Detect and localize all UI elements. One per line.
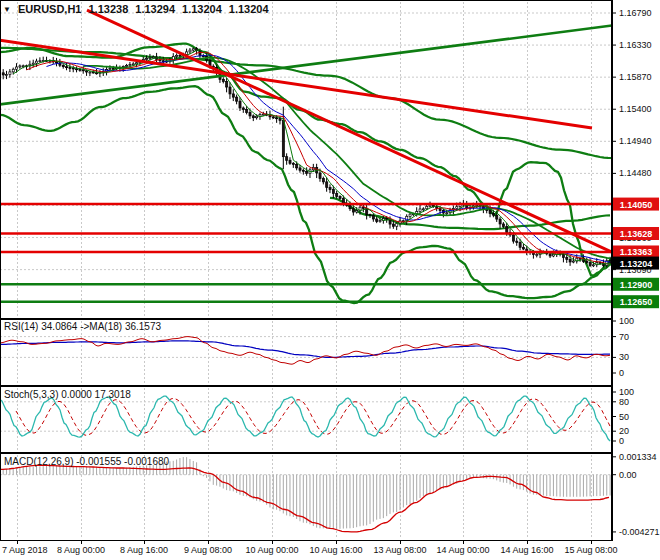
time-axis-label: 10 Aug 16:00: [309, 545, 362, 555]
candle-body: [86, 71, 88, 72]
candle-body: [536, 254, 538, 255]
stoch-axis-label: 0: [619, 436, 624, 446]
candle-body: [36, 61, 38, 63]
candle-body: [492, 214, 494, 216]
stoch-axis-label: 100: [619, 387, 634, 397]
candle-body: [19, 66, 21, 67]
candle-body: [422, 209, 424, 210]
candle-body: [456, 207, 458, 209]
candle-body: [376, 219, 378, 222]
rsi-axis-label: 100: [619, 316, 634, 326]
candle-body: [69, 68, 71, 69]
bar-low-value: 1.13204: [182, 3, 222, 15]
candle-body: [439, 209, 441, 211]
candle-body: [132, 64, 134, 65]
candle-body: [246, 110, 248, 113]
candle-body: [569, 259, 571, 262]
stoch-axis-label: 80: [619, 397, 629, 407]
price-axis-label: 1.14940: [619, 136, 652, 146]
candle-body: [179, 55, 181, 56]
stoch-axis-label: 50: [619, 412, 629, 422]
price-badge-label: 1.12900: [620, 280, 653, 290]
candle-body: [379, 220, 381, 221]
chart-header: ▼ EURUSD,H1 1.13238 1.13294 1.13204 1.13…: [3, 3, 269, 15]
candle-body: [446, 213, 448, 214]
candle-body: [126, 65, 128, 66]
time-axis-label: 7 Aug 2018: [2, 545, 48, 555]
candle-body: [239, 101, 241, 108]
candle-body: [322, 179, 324, 182]
candle-body: [306, 171, 308, 173]
candle-body: [566, 257, 568, 259]
candle-body: [502, 224, 504, 227]
candle-body: [256, 116, 258, 117]
symbol-dropdown-icon[interactable]: ▼: [3, 5, 11, 14]
candle-body: [392, 224, 394, 226]
candle-body: [76, 69, 78, 70]
time-axis-label: 10 Aug 00:00: [245, 545, 298, 555]
candle-body: [342, 198, 344, 203]
candle-body: [136, 63, 138, 64]
symbol-timeframe-label: EURUSD,H1: [18, 3, 82, 15]
candle-body: [562, 255, 564, 258]
time-axis-label: 13 Aug 08:00: [373, 545, 426, 555]
candle-body: [9, 72, 11, 75]
candle-body: [496, 215, 498, 219]
rsi-axis-label: 70: [619, 332, 629, 342]
time-axis-label: 14 Aug 00:00: [436, 545, 489, 555]
candle-body: [222, 79, 224, 81]
price-axis-label: 1.15870: [619, 72, 652, 82]
macd-axis-label: 0.00: [619, 470, 637, 480]
macd-axis-label: -0.004271: [619, 527, 660, 537]
candle-body: [296, 164, 298, 167]
candle-body: [79, 69, 81, 70]
candle-body: [549, 254, 551, 256]
candle-body: [319, 173, 321, 179]
macd-axis-label: 0.001334: [619, 452, 657, 462]
rsi-indicator-label: RSI(14) 34.0864 ->MA(18) 36.1573: [4, 321, 161, 332]
candle-body: [426, 206, 428, 208]
price-badge-label: 1.13204: [620, 259, 653, 269]
candle-body: [149, 58, 151, 59]
candle-body: [292, 163, 294, 164]
candle-body: [189, 50, 191, 52]
candle-body: [272, 117, 274, 118]
candle-body: [302, 170, 304, 171]
stoch-axis-label: 20: [619, 426, 629, 436]
candle-body: [516, 241, 518, 242]
candle-body: [326, 182, 328, 188]
candle-body: [232, 94, 234, 97]
chart-canvas[interactable]: 1.167901.163301.158701.154001.149401.144…: [0, 0, 660, 560]
candle-body: [506, 227, 508, 233]
price-axis-label: 1.14480: [619, 168, 652, 178]
candle-body: [409, 214, 411, 216]
candle-body: [356, 210, 358, 212]
stoch-indicator-label: Stoch(5,3,3) 0.0000 17.3018: [4, 389, 131, 400]
candle-body: [332, 190, 334, 194]
time-axis-label: 8 Aug 16:00: [120, 545, 168, 555]
candle-body: [146, 59, 148, 60]
candle-body: [72, 68, 74, 69]
candle-body: [372, 216, 374, 219]
candle-body: [282, 120, 284, 156]
candle-body: [589, 263, 591, 266]
candle-body: [522, 247, 524, 249]
price-badge-label: 1.13363: [620, 247, 653, 257]
rsi-axis-label: 0: [619, 368, 624, 378]
candle-body: [96, 73, 98, 74]
bar-open-value: 1.13238: [89, 3, 129, 15]
candle-body: [16, 67, 18, 69]
candle-body: [252, 116, 254, 118]
candle-body: [229, 87, 231, 94]
candle-body: [39, 61, 41, 62]
candle-body: [109, 69, 111, 70]
candle-body: [176, 55, 178, 56]
candle-body: [129, 65, 131, 66]
candle-body: [199, 51, 201, 56]
price-axis-label: 1.16790: [619, 8, 652, 18]
candle-body: [62, 65, 64, 66]
candle-body: [349, 205, 351, 208]
candle-body: [289, 160, 291, 163]
candle-body: [12, 69, 14, 72]
time-axis-label: 14 Aug 16:00: [500, 545, 553, 555]
